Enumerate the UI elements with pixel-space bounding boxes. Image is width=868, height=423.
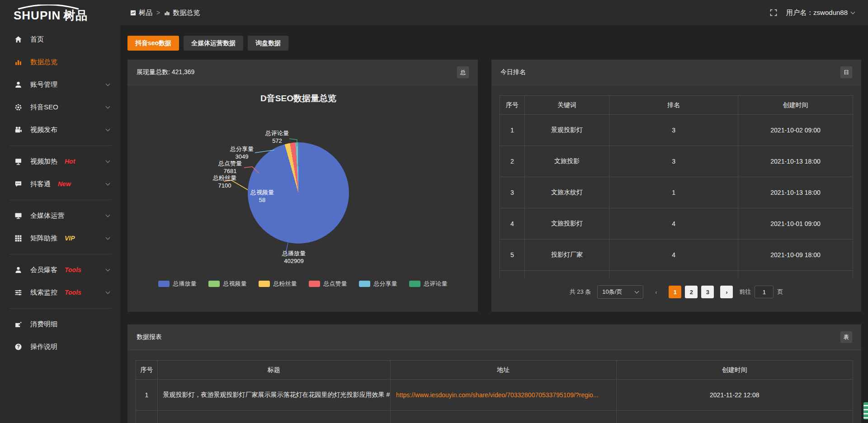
tab-全媒体运营数据[interactable]: 全媒体运营数据 xyxy=(184,36,243,51)
daily-view-button[interactable]: 日 xyxy=(840,66,852,78)
legend-item-总评论量[interactable]: 总评论量 xyxy=(409,280,448,288)
page-button-1[interactable]: 1 xyxy=(669,286,681,298)
pie-label-likes: 总点赞量7681 xyxy=(203,160,257,175)
sidebar-item-首页[interactable]: 首页 xyxy=(0,28,120,51)
legend-label: 总分享量 xyxy=(374,280,397,288)
legend-item-总分享量[interactable]: 总分享量 xyxy=(359,280,397,288)
table-header-row: 序号关键词排名创建时间 xyxy=(500,96,853,115)
legend-item-总播放量[interactable]: 总播放量 xyxy=(158,280,197,288)
goto-label: 前往 xyxy=(739,288,751,296)
pie-label-shares: 总分享量3049 xyxy=(215,145,269,160)
sidebar-item-数据总览[interactable]: 数据总览 xyxy=(0,51,120,73)
column-header-创建时间: 创建时间 xyxy=(616,361,853,380)
bar-chart-icon xyxy=(164,10,170,16)
ranking-table: 序号关键词排名创建时间1景观投影灯32021-10-02 09:002文旅投影3… xyxy=(500,95,853,278)
table-cell: 3 xyxy=(609,115,738,146)
legend-swatch xyxy=(259,281,270,287)
legend-item-总粉丝量[interactable]: 总粉丝量 xyxy=(259,280,297,288)
ranking-table-row: 1景观投影灯32021-10-02 09:00 xyxy=(500,115,853,146)
legend-label: 总视频量 xyxy=(223,280,247,288)
tab-抖音seo数据[interactable]: 抖音seo数据 xyxy=(127,36,179,51)
sidebar-item-账号管理[interactable]: 账号管理 xyxy=(0,73,120,96)
page-button-3[interactable]: 3 xyxy=(701,286,714,298)
sidebar-item-label: 首页 xyxy=(30,35,44,44)
app-logo: SHUPIN树品 xyxy=(0,5,120,21)
ranking-card-header: 今日排名 日 xyxy=(491,60,861,85)
table-cell: 4 xyxy=(500,208,525,240)
table-cell xyxy=(616,411,853,423)
pagination-total: 共 23 条 xyxy=(570,288,591,296)
column-header-标题: 标题 xyxy=(157,361,390,380)
sidebar-item-label: 抖音SEO xyxy=(30,103,58,112)
sidebar-item-线索监控[interactable]: 线索监控Tools xyxy=(0,281,120,304)
member-icon xyxy=(14,266,24,274)
fullscreen-icon[interactable] xyxy=(770,9,777,16)
report-card-header: 数据报表 表 xyxy=(127,324,861,350)
table-cell: 2021-10-13 18:00 xyxy=(738,146,853,177)
table-cell: 5 xyxy=(500,240,525,271)
sidebar-item-全媒体运营[interactable]: 全媒体运营 xyxy=(0,204,120,227)
video-link[interactable]: https://www.iesdouyin.com/share/video/70… xyxy=(396,391,599,399)
report-table: 序号标题地址创建时间1景观投影灯，夜游景观投影灯厂家展示展示落花灯在花园里的灯光… xyxy=(136,360,853,423)
breadcrumb-item-root[interactable]: 树品 xyxy=(130,9,152,17)
table-cell: 文旅水纹灯 xyxy=(524,177,609,208)
prev-page-button[interactable]: ‹ xyxy=(650,286,662,298)
sidebar-item-操作说明[interactable]: ?操作说明 xyxy=(0,335,120,358)
sidebar-item-矩阵助推[interactable]: 矩阵助推VIP xyxy=(0,227,120,249)
grid-icon xyxy=(14,235,24,242)
sidebar-item-label: 抖客通 xyxy=(30,180,51,188)
column-header-序号: 序号 xyxy=(136,361,158,380)
legend-item-总点赞量[interactable]: 总点赞量 xyxy=(309,280,347,288)
pie-label-comments: 总评论量572 xyxy=(250,129,304,145)
sidebar-item-视频发布[interactable]: 视频发布 xyxy=(0,118,120,141)
table-cell xyxy=(157,411,390,423)
next-page-button[interactable]: › xyxy=(720,286,733,298)
breadcrumb-item-current[interactable]: 数据总览 xyxy=(164,9,200,17)
user-menu[interactable]: 用户名：zswodun88 xyxy=(786,9,854,17)
sidebar-badge-New: New xyxy=(58,180,71,188)
chart-title: D音SEO数据量总览 xyxy=(208,93,389,104)
chevron-down-icon xyxy=(106,127,110,131)
ranking-table-row: 3文旅水纹灯12021-10-13 18:00 xyxy=(500,177,853,208)
sidebar-divider xyxy=(0,249,120,258)
page-size-select[interactable]: 10条/页 xyxy=(597,285,643,299)
chart-card-header: 展现量总数: 421,369 总 xyxy=(127,60,478,85)
table-cell: 2021-10-02 09:00 xyxy=(738,115,853,146)
table-cell xyxy=(500,271,525,278)
chevron-down-icon xyxy=(635,289,639,293)
page-size-value: 10条/页 xyxy=(602,288,622,296)
total-view-button[interactable]: 总 xyxy=(457,66,469,78)
page-button-2[interactable]: 2 xyxy=(685,286,698,298)
sidebar-item-抖音SEO[interactable]: 抖音SEO xyxy=(0,96,120,118)
tab-询盘数据[interactable]: 询盘数据 xyxy=(248,36,288,51)
floating-widget[interactable] xyxy=(863,402,868,419)
expense-icon xyxy=(14,320,24,328)
sidebar-menu: 首页数据总览账号管理抖音SEO视频发布视频加热Hot抖客通New全媒体运营矩阵助… xyxy=(0,28,120,358)
chevron-down-icon xyxy=(106,235,110,240)
table-cell xyxy=(136,411,158,423)
sidebar-badge-VIP: VIP xyxy=(65,235,75,242)
chevron-down-icon xyxy=(106,81,110,86)
sidebar-item-视频加热[interactable]: 视频加热Hot xyxy=(0,150,120,173)
table-view-button[interactable]: 表 xyxy=(840,331,852,343)
breadcrumb: 树品 > 数据总览 xyxy=(130,9,200,17)
table-cell: 2021-10-13 18:00 xyxy=(738,177,853,208)
sidebar-item-会员爆客[interactable]: 会员爆客Tools xyxy=(0,258,120,281)
legend-label: 总粉丝量 xyxy=(274,280,297,288)
table-cell: 3 xyxy=(500,177,525,208)
goto-page-input[interactable] xyxy=(755,286,774,298)
table-cell: 3 xyxy=(609,146,738,177)
chevron-down-icon xyxy=(106,181,110,185)
gear-icon xyxy=(14,103,24,111)
legend-item-总视频量[interactable]: 总视频量 xyxy=(208,280,247,288)
sidebar-item-label: 会员爆客 xyxy=(30,266,57,274)
column-header-排名: 排名 xyxy=(609,96,738,115)
question-icon: ? xyxy=(14,343,24,351)
username-label: 用户名：zswodun88 xyxy=(786,9,848,17)
today-ranking-card: 今日排名 日 序号关键词排名创建时间1景观投影灯32021-10-02 09:0… xyxy=(491,60,861,312)
legend-label: 总点赞量 xyxy=(324,280,347,288)
sidebar-item-消费明细[interactable]: 消费明细 xyxy=(0,313,120,335)
ranking-table-row: 2文旅投影32021-10-13 18:00 xyxy=(500,146,853,177)
sidebar-divider xyxy=(0,141,120,150)
sidebar-item-抖客通[interactable]: 抖客通New xyxy=(0,173,120,195)
